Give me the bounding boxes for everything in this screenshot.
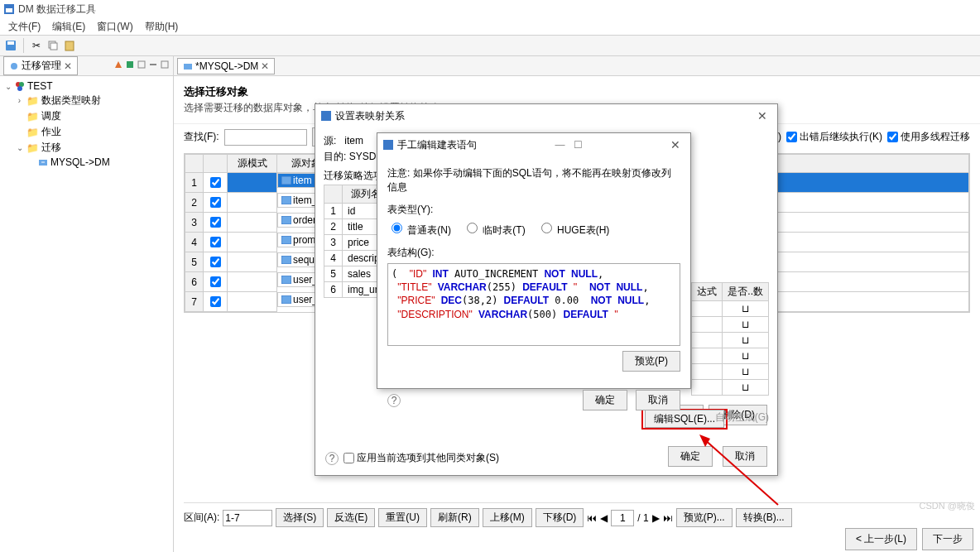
- sidebar-action-icon1[interactable]: [113, 60, 123, 72]
- sidebar: 迁移管理 ✕ ⌄TEST ›📁数据类型映射 📁调度 📁作业 ⌄📁迁移 MYSQL…: [0, 56, 174, 552]
- app-icon: [3, 3, 15, 15]
- src-value: item: [344, 135, 363, 146]
- menubar: 文件(F) 编辑(E) 窗口(W) 帮助(H): [0, 18, 980, 35]
- ok-button[interactable]: 确定: [668, 446, 713, 467]
- svg-point-7: [11, 63, 17, 70]
- collapse-icon[interactable]: ⌄: [3, 82, 12, 91]
- help-icon[interactable]: ?: [325, 452, 339, 465]
- radio-normal[interactable]: 普通表(N): [387, 220, 451, 238]
- toolbar-copy-icon[interactable]: [46, 38, 60, 53]
- migration-icon: [183, 61, 193, 71]
- radio-huge[interactable]: HUGE表(H): [537, 220, 610, 238]
- svg-marker-8: [115, 61, 122, 68]
- close-icon[interactable]: ✕: [64, 60, 72, 72]
- dialog-title: 设置表映射关系: [335, 109, 405, 123]
- refresh-button[interactable]: 刷新(R): [430, 508, 479, 527]
- tree-jobs[interactable]: 📁作业: [3, 124, 170, 140]
- src-label: 源:: [324, 135, 336, 146]
- col-checkbox: [185, 155, 204, 173]
- dst-label: 目的:: [324, 151, 346, 162]
- autogen-button[interactable]: 自动生成(G): [710, 408, 774, 427]
- migration-icon: [38, 157, 48, 167]
- tree-root[interactable]: ⌄TEST: [3, 79, 170, 93]
- minimize-icon[interactable]: —: [555, 139, 565, 151]
- find-input[interactable]: [224, 129, 307, 146]
- preview-button[interactable]: 预览(P)...: [676, 508, 733, 527]
- tree-schedule[interactable]: 📁调度: [3, 108, 170, 124]
- toolbar-cut-icon[interactable]: ✂: [29, 38, 44, 53]
- movedown-button[interactable]: 下移(D): [536, 508, 584, 527]
- dialog-title: 手工编辑建表语句: [397, 138, 477, 152]
- next-step-button[interactable]: 下一步: [922, 528, 973, 550]
- dialog-edit-sql: 手工编辑建表语句 — ☐ ✕ 注意: 如果你手动编辑下面的SQL语句，将不能再在…: [377, 132, 691, 389]
- col-src-schema[interactable]: 源模式: [228, 155, 277, 173]
- close-icon[interactable]: ✕: [752, 109, 772, 122]
- dialog-titlebar[interactable]: 手工编辑建表语句 — ☐ ✕: [377, 133, 690, 156]
- help-icon[interactable]: ?: [387, 394, 401, 407]
- toolbar-save-icon[interactable]: [3, 38, 18, 53]
- folder-icon: 📁: [26, 95, 39, 107]
- range-input[interactable]: [223, 510, 272, 526]
- content-tab-active[interactable]: *MYSQL->DM ✕: [177, 58, 275, 74]
- menu-file[interactable]: 文件(F): [3, 20, 46, 34]
- warning-note: 注意: 如果你手动编辑下面的SQL语句，将不能再在映射页修改列信息: [387, 166, 680, 194]
- nav-next-icon[interactable]: ▶: [652, 512, 660, 524]
- nav-prev-icon[interactable]: ◀: [600, 512, 608, 524]
- preview-button[interactable]: 预览(P): [622, 351, 680, 372]
- tree-migration-item[interactable]: MYSQL->DM: [3, 156, 170, 169]
- sidebar-action-icon4[interactable]: [148, 60, 158, 72]
- chk-multithread[interactable]: 使用多线程迁移: [887, 130, 970, 144]
- page-total: / 1: [637, 512, 648, 524]
- range-label: 区间(A):: [184, 511, 219, 525]
- tree-migration[interactable]: ⌄📁迁移: [3, 140, 170, 156]
- tree-datatype[interactable]: ›📁数据类型映射: [3, 93, 170, 108]
- convert-button[interactable]: 转换(B)...: [736, 508, 792, 527]
- expr-header: 达式: [692, 283, 723, 301]
- table-type-radios: 普通表(N) 临时表(T) HUGE表(H): [387, 220, 680, 238]
- svg-rect-24: [281, 295, 291, 304]
- sidebar-tab-label: 迁移管理: [22, 59, 61, 73]
- sidebar-tabbar: 迁移管理 ✕: [0, 56, 173, 76]
- extra-columns: 达式是否..数 ⊔ ⊔ ⊔ ⊔ ⊔ ⊔: [691, 282, 769, 396]
- migration-tree: ⌄TEST ›📁数据类型映射 📁调度 📁作业 ⌄📁迁移 MYSQL->DM: [0, 76, 173, 552]
- sidebar-action-icon3[interactable]: [137, 60, 147, 72]
- cancel-button[interactable]: 取消: [723, 446, 767, 467]
- ok-button[interactable]: 确定: [583, 390, 627, 410]
- footer-controls: 区间(A): 选择(S) 反选(E) 重置(U) 刷新(R) 上移(M) 下移(…: [184, 502, 970, 527]
- tree-root-label: TEST: [27, 80, 53, 92]
- select-button[interactable]: 选择(S): [276, 508, 324, 527]
- radio-temp[interactable]: 临时表(T): [463, 220, 526, 238]
- nav-first-icon[interactable]: ⏮: [587, 512, 597, 524]
- dialog-titlebar[interactable]: 设置表映射关系 ✕: [315, 104, 777, 127]
- nav-last-icon[interactable]: ⏭: [663, 512, 673, 524]
- apply-to-others[interactable]: 应用当前选项到其他同类对象(S): [343, 451, 499, 465]
- menu-help[interactable]: 帮助(H): [140, 20, 184, 34]
- chk-continue-on-error[interactable]: 出错后继续执行(K): [786, 130, 882, 144]
- page-input[interactable]: [611, 510, 634, 526]
- sidebar-action-icon5[interactable]: [160, 60, 170, 72]
- reset-button[interactable]: 重置(U): [378, 508, 427, 527]
- menu-window[interactable]: 窗口(W): [92, 20, 137, 34]
- svg-rect-23: [281, 276, 291, 284]
- prev-step-button[interactable]: < 上一步(L): [845, 528, 917, 550]
- table-type-label: 表类型(Y):: [387, 203, 680, 217]
- menu-edit[interactable]: 编辑(E): [47, 20, 90, 34]
- close-icon[interactable]: ✕: [261, 60, 269, 72]
- invert-button[interactable]: 反选(E): [327, 508, 375, 527]
- expand-icon[interactable]: ›: [15, 96, 24, 105]
- sidebar-action-icon2[interactable]: [125, 60, 135, 72]
- content-tab-label: *MYSQL->DM: [195, 60, 258, 72]
- moveup-button[interactable]: 上移(M): [483, 508, 532, 527]
- separator: [23, 38, 24, 53]
- toolbar-paste-icon[interactable]: [62, 38, 77, 53]
- close-icon[interactable]: ✕: [665, 138, 685, 151]
- maximize-icon[interactable]: ☐: [569, 139, 588, 151]
- tree-label: 作业: [41, 125, 61, 139]
- watermark: CSDN @晓俊: [920, 500, 975, 512]
- cancel-button[interactable]: 取消: [636, 390, 680, 410]
- folder-icon: 📁: [26, 142, 39, 154]
- svg-rect-9: [127, 61, 133, 68]
- collapse-icon[interactable]: ⌄: [15, 143, 24, 152]
- sql-editor[interactable]: ( "ID" INT AUTO_INCREMENT NOT NULL, "TIT…: [387, 263, 680, 346]
- sidebar-tab-migration[interactable]: 迁移管理 ✕: [3, 56, 78, 75]
